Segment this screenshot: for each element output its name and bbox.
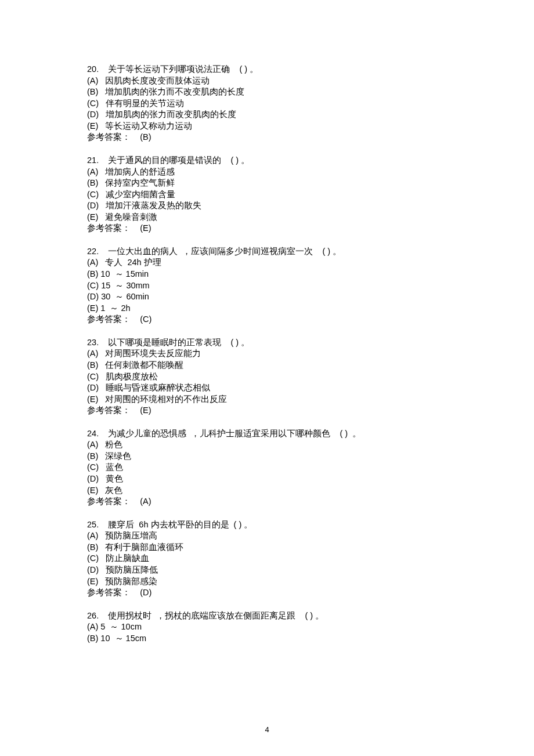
option-text: 专人 24h 护理 [105,258,161,267]
option-line: (A) 5 ～ 10cm [87,621,534,633]
answer-label: 参考答案： [87,406,131,415]
question-number: 23. [87,338,99,347]
option-label: (A) [87,76,98,85]
question-24: 24. 为减少儿童的恐惧感 ，儿科护士服适宜采用以下哪种颜色 ( ) 。 (A)… [87,428,534,508]
option-label: (C) [87,462,99,472]
option-text: 肌肉极度放松 [106,372,158,381]
option-line: (C) 肌肉极度放松 [87,371,534,383]
stem-part: 关于等长运动下列哪项说法正确 [108,64,230,74]
answer-label: 参考答案： [87,314,131,324]
stem-blank: ( ) [322,247,330,256]
question-23: 23. 以下哪项是睡眠时的正常表现 ( ) 。 (A) 对周围环境失去反应能力 … [87,337,534,417]
stem-part: 腰穿后 6h 内去枕平卧的目的是 [108,520,229,529]
stem-part: 。 [315,611,324,620]
option-label: (E) [87,121,98,131]
option-label: (E) 1 [87,303,105,313]
option-text: 有利于脑部血液循环 [105,542,183,552]
option-label: (A) [87,258,98,267]
option-line: (D) 预防脑压降低 [87,565,534,576]
option-line: (B) 深绿色 [87,451,534,462]
stem-part: 以下哪项是睡眠时的正常表现 [108,338,221,347]
page-number: 4 [0,725,534,735]
answer-label: 参考答案： [87,132,131,142]
question-number: 21. [87,155,99,165]
question-stem: 23. 以下哪项是睡眠时的正常表现 ( ) 。 [87,337,534,349]
option-text: 伴有明显的关节运动 [106,99,184,108]
stem-part: 。 [250,64,258,74]
question-number: 22. [87,247,99,256]
option-line: (C) 15 ～ 30mm [87,280,534,292]
answer-label: 参考答案： [87,223,131,233]
stem-part: 使用拐杖时 [108,611,151,620]
option-line: (E) 避免噪音刺激 [87,212,534,223]
option-label: (A) [87,531,98,540]
stem-part: 一位大出血的病人 [108,247,178,256]
stem-part: 。 [241,338,250,347]
option-text: ～ 30mm [115,281,149,290]
option-line: (C) 伴有明显的关节运动 [87,98,534,110]
option-text: 增加病人的舒适感 [105,167,175,176]
stem-part: 。 [244,520,252,529]
option-text: 减少室内细菌含量 [106,190,175,199]
stem-part: 。 [333,247,341,256]
option-text: 黄色 [106,474,123,483]
option-line: (D) 黄色 [87,473,534,485]
option-line: (A) 对周围环境失去反应能力 [87,348,534,360]
option-line: (B) 10 ～ 15min [87,269,534,280]
stem-blank: ( ) [340,429,348,438]
option-text: 预防脑压降低 [106,565,158,574]
option-text: ～ 2h [110,303,130,313]
option-text: 粉色 [105,440,122,449]
option-line: (B) 增加肌肉的张力而不改变肌肉的长度 [87,86,534,98]
stem-blank: ( ) [239,64,247,74]
option-text: 防止脑缺血 [106,554,149,563]
answer-line: 参考答案： (B) [87,132,534,143]
option-line: (E) 预防脑部感染 [87,576,534,588]
option-line: (B) 保持室内空气新鲜 [87,178,534,189]
answer-value: (B) [140,132,151,142]
option-line: (D) 30 ～ 60min [87,291,534,303]
option-line: (B) 10 ～ 15cm [87,633,534,645]
option-text: 增加肌肉的张力而改变肌肉的长度 [106,110,236,119]
option-label: (B) 10 [87,634,110,643]
option-text: 灰色 [105,486,122,495]
stem-part: 为减少儿童的恐惧感 [108,429,186,438]
option-label: (E) [87,212,98,222]
option-label: (A) 5 [87,622,105,631]
answer-label: 参考答案： [87,497,131,506]
option-line: (C) 蓝色 [87,462,534,473]
stem-part: 。 [241,155,250,165]
question-number: 25. [87,520,99,529]
option-line: (A) 专人 24h 护理 [87,257,534,269]
option-line: (E) 等长运动又称动力运动 [87,121,534,132]
option-text: ～ 15min [115,269,149,278]
answer-line: 参考答案： (A) [87,496,534,508]
question-number: 20. [87,64,99,74]
stem-blank: ( ) [230,155,239,165]
option-label: (A) [87,167,98,176]
option-line: (C) 防止脑缺血 [87,553,534,565]
option-text: 深绿色 [105,451,131,461]
option-text: 预防脑压增高 [105,531,157,540]
option-text: 对周围的环境相对的不作出反应 [105,395,227,404]
option-label: (B) [87,542,98,552]
option-text: 蓝色 [106,462,123,472]
question-21: 21. 关于通风的目的哪项是错误的 ( ) 。 (A) 增加病人的舒适感 (B)… [87,155,534,234]
document-page: 20. 关于等长运动下列哪项说法正确 ( ) 。 (A) 因肌肉长度改变而肢体运… [0,0,534,756]
option-label: (D) [87,474,99,483]
question-20: 20. 关于等长运动下列哪项说法正确 ( ) 。 (A) 因肌肉长度改变而肢体运… [87,64,534,143]
option-text: 睡眠与昏迷或麻醉状态相似 [106,383,210,392]
option-line: (C) 减少室内细菌含量 [87,189,534,201]
option-line: (A) 增加病人的舒适感 [87,167,534,178]
option-label: (D) [87,201,99,210]
answer-value: (D) [140,588,151,597]
option-text: ～ 10cm [110,622,142,631]
option-label: (B) [87,178,98,187]
option-text: ～ 15cm [115,634,147,643]
question-stem: 25. 腰穿后 6h 内去枕平卧的目的是 ( ) 。 [87,519,534,531]
option-text: 对周围环境失去反应能力 [105,349,201,358]
option-label: (D) 30 [87,292,110,301]
option-text: 因肌肉长度改变而肢体运动 [105,76,210,85]
question-number: 26. [87,611,99,620]
option-text: ～ 60min [115,292,149,301]
